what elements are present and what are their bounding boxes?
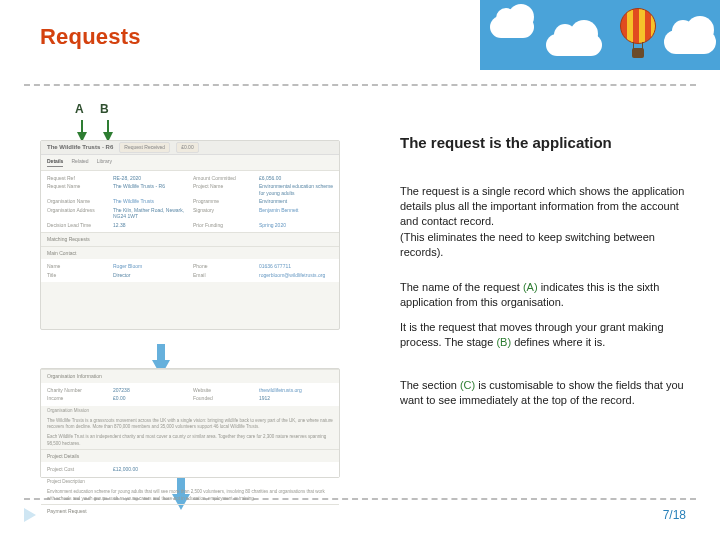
field-label: Income [47, 395, 107, 402]
field-value: RE-28, 2020 [113, 175, 187, 182]
field-value: Environment [259, 198, 333, 205]
body-text: The request is a single record which sho… [400, 185, 684, 227]
field-label [193, 466, 253, 473]
section-org-info: Organisation Information [41, 369, 339, 383]
body-text: The name of the request [400, 281, 523, 293]
section-project: Project Details [41, 449, 339, 463]
field-label: Request Ref [47, 175, 107, 182]
mission-text: Each Wildlife Trust is an independent ch… [41, 432, 339, 449]
field-value: The Wildlife Trusts [113, 198, 187, 205]
callout-letter-a: A [75, 102, 84, 116]
field-label: Programme [193, 198, 253, 205]
callout-ref: (A) [523, 281, 538, 293]
cloud-icon [490, 16, 534, 38]
field-label: Amount Committed [193, 175, 253, 182]
body-text: defines where it is. [511, 336, 605, 348]
section-contact: Main Contact [41, 246, 339, 260]
field-value: 1912 [259, 395, 333, 402]
page-title: Requests [40, 24, 141, 50]
tab-related: Related [71, 158, 88, 167]
field-value: £12,000.00 [113, 466, 187, 473]
field-value: The Wildlife Trusts - R6 [113, 183, 187, 196]
amount-pill: £0.00 [176, 142, 199, 153]
section-payment: Payment Request [41, 504, 339, 518]
field-label: Founded [193, 395, 253, 402]
field-value: 207238 [113, 387, 187, 394]
callout-ref: (B) [496, 336, 511, 348]
page-number: 7/18 [663, 508, 686, 522]
description-text: Environment education scheme for young a… [41, 487, 339, 504]
section-heading: The request is the application [400, 134, 700, 151]
field-value: 01636 677711 [259, 263, 333, 270]
section-matching: Matching Requests [41, 232, 339, 246]
field-label: Prior Funding [193, 222, 253, 229]
callout-letter-b: B [100, 102, 109, 116]
field-label: Title [47, 272, 107, 279]
field-value: Director [113, 272, 187, 279]
body-paragraph-2: The name of the request (A) indicates th… [400, 280, 700, 310]
sky-decor [480, 0, 720, 70]
stage-pill: Request Received [119, 142, 170, 153]
play-icon [24, 508, 36, 522]
field-value: The Kiln, Mather Road, Newark, NG24 1WT [113, 207, 187, 220]
field-label: Organisation Name [47, 198, 107, 205]
record-screenshot-bottom: Organisation Information Charity Number2… [40, 368, 340, 478]
field-value: £0.00 [113, 395, 187, 402]
cloud-icon [664, 30, 716, 54]
field-value [259, 466, 333, 473]
cloud-icon [546, 34, 602, 56]
body-paragraph-1: The request is a single record which sho… [400, 184, 700, 260]
field-label: Website [193, 387, 253, 394]
project-fields: Project Cost£12,000.00 [41, 462, 339, 477]
field-value: rogerbloom@wildlifetrusts.org [259, 272, 333, 279]
field-value: £6,056.00 [259, 175, 333, 182]
field-value: Spring 2020 [259, 222, 333, 229]
tab-details: Details [47, 158, 63, 167]
record-title: The Wildlife Trusts - R6 [47, 144, 113, 152]
record-tabs: Details Related Library [41, 155, 339, 171]
body-paragraph-3: It is the request that moves through you… [400, 320, 700, 350]
body-text: The section [400, 379, 460, 391]
callout-ref: (C) [460, 379, 475, 391]
summary-fields: Request RefRE-28, 2020Amount Committed£6… [41, 171, 339, 233]
field-label: Request Name [47, 183, 107, 196]
field-label: Project Name [193, 183, 253, 196]
field-value: Environmental education scheme for young… [259, 183, 333, 196]
field-label: Project Description [47, 479, 85, 484]
field-label: Signatory [193, 207, 253, 220]
tab-library: Library [97, 158, 112, 167]
divider-top [24, 84, 696, 86]
field-label: Organisation Address [47, 207, 107, 220]
balloon-icon [620, 8, 656, 64]
body-paragraph-4: The section (C) is customisable to show … [400, 378, 700, 408]
contact-fields: NameRoger BloomPhone01636 677711 TitleDi… [41, 259, 339, 282]
field-value: thewildlifetrusts.org [259, 387, 333, 394]
field-label: Project Cost [47, 466, 107, 473]
body-text: (This eliminates the need to keep switch… [400, 231, 655, 258]
org-fields: Charity Number207238Websitethewildlifetr… [41, 383, 339, 406]
field-label: Organisation Mission [47, 408, 89, 413]
mission-text: The Wildlife Trusts is a grassroots move… [41, 416, 339, 433]
field-value: Benjamin Bennett [259, 207, 333, 220]
field-label: Charity Number [47, 387, 107, 394]
field-value: Roger Bloom [113, 263, 187, 270]
field-label: Name [47, 263, 107, 270]
record-screenshot-top: The Wildlife Trusts - R6 Request Receive… [40, 140, 340, 330]
field-value: 12.38 [113, 222, 187, 229]
field-label: Email [193, 272, 253, 279]
field-label: Decision Lead Time [47, 222, 107, 229]
field-label: Phone [193, 263, 253, 270]
